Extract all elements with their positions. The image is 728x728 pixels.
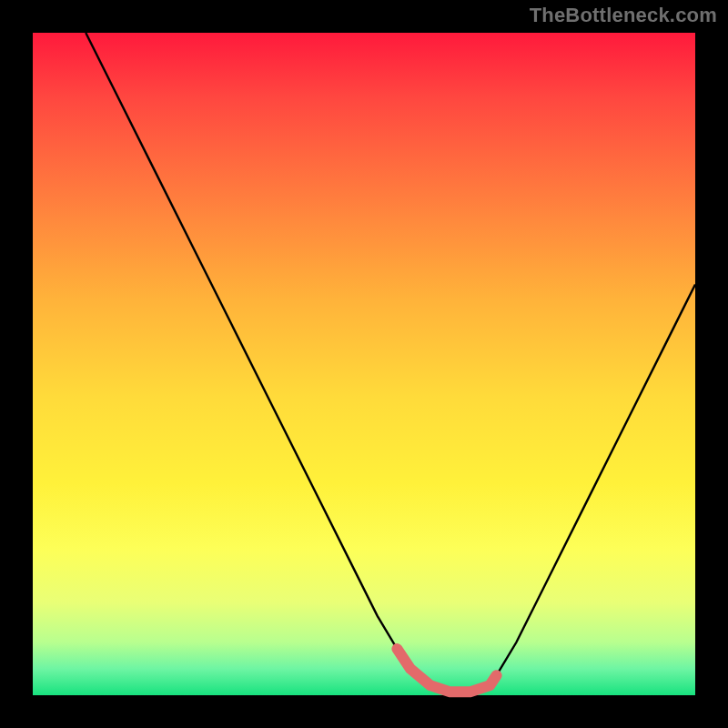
chart-container: TheBottleneck.com bbox=[0, 0, 728, 728]
plot-area bbox=[33, 33, 695, 695]
chart-svg bbox=[33, 33, 695, 695]
watermark-text: TheBottleneck.com bbox=[530, 4, 717, 27]
bottleneck-curve bbox=[86, 33, 695, 692]
highlight-band bbox=[397, 649, 496, 692]
